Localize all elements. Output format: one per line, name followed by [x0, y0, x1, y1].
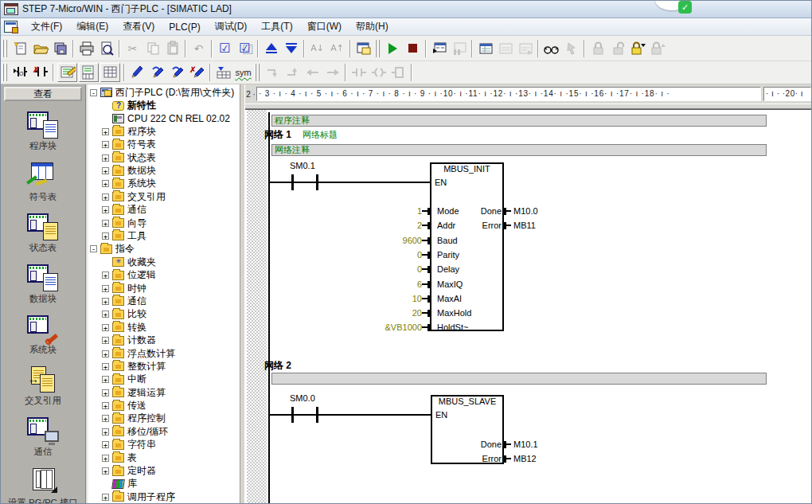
- toolbar-drag-handle[interactable]: [2, 64, 8, 81]
- tree-item-cpu[interactable]: CPU 222 CN REL 02.02: [88, 112, 240, 125]
- expand-box[interactable]: +: [102, 128, 109, 135]
- tree-item-string[interactable]: +字符串: [88, 439, 240, 451]
- network2-contact-right-pole[interactable]: [316, 407, 318, 423]
- network2-comment-bar[interactable]: [271, 373, 767, 385]
- output-operand[interactable]: M10.1: [513, 440, 538, 449]
- expand-box[interactable]: +: [102, 441, 109, 448]
- expand-box[interactable]: +: [102, 285, 109, 292]
- upload-button[interactable]: [261, 39, 281, 58]
- expand-box[interactable]: +: [102, 402, 109, 409]
- delete-network-button[interactable]: ✗: [187, 63, 207, 82]
- navigation-bar-header[interactable]: 查看: [4, 87, 82, 101]
- menu-help[interactable]: 帮助(H): [349, 18, 396, 35]
- expand-box[interactable]: +: [102, 167, 109, 174]
- expand-box[interactable]: +: [102, 428, 109, 436]
- expand-box[interactable]: +: [102, 220, 109, 227]
- tree-item-counters[interactable]: +计数器: [88, 334, 240, 346]
- expand-box[interactable]: +: [102, 298, 109, 305]
- toggle-bookmark-button[interactable]: O: [10, 63, 30, 82]
- status-glasses-button[interactable]: [541, 39, 561, 58]
- menu-view[interactable]: 查看(V): [115, 18, 162, 35]
- expand-box[interactable]: +: [102, 415, 109, 422]
- expand-box[interactable]: +: [102, 455, 109, 462]
- expand-box[interactable]: -: [90, 245, 97, 252]
- sidebar-item-cross-reference[interactable]: ↔ 交叉引用: [2, 365, 84, 407]
- network1-subtitle[interactable]: 网络标题: [303, 129, 338, 141]
- toolbar-drag-handle[interactable]: [375, 40, 381, 57]
- compile-button[interactable]: ☑: [215, 39, 235, 58]
- save-all-button[interactable]: [50, 39, 70, 58]
- mdi-document-icon[interactable]: [4, 21, 18, 33]
- output-operand[interactable]: MB11: [513, 221, 536, 230]
- tree-item-communications[interactable]: +通信: [88, 204, 240, 217]
- expand-box[interactable]: +: [102, 350, 109, 357]
- menu-tools[interactable]: 工具(T): [254, 18, 299, 35]
- network2-title[interactable]: 网络 2: [264, 359, 291, 373]
- print-preview-button[interactable]: [96, 39, 116, 58]
- param-value[interactable]: 10: [374, 294, 422, 303]
- output-operand[interactable]: M10.0: [513, 206, 538, 216]
- expand-box[interactable]: +: [102, 154, 109, 162]
- tree-item-libraries[interactable]: 库: [88, 478, 240, 490]
- tree-item-interrupt[interactable]: +中断: [88, 373, 240, 386]
- network1-comment-bar[interactable]: 网络注释: [271, 144, 767, 156]
- tree-item-cross-reference[interactable]: +交叉引用: [88, 190, 240, 203]
- tree-item-table[interactable]: +表: [88, 451, 240, 464]
- edit-network-down-button[interactable]: [167, 63, 187, 82]
- symbol-table-toggle-button[interactable]: sym: [233, 63, 253, 82]
- param-value[interactable]: 9600: [374, 236, 422, 245]
- symbol-addressing-dropdown-button[interactable]: [213, 63, 233, 82]
- expand-box[interactable]: +: [102, 272, 109, 279]
- expand-box[interactable]: +: [102, 193, 109, 201]
- stop-button[interactable]: [403, 39, 423, 58]
- menu-window[interactable]: 窗口(W): [300, 18, 349, 35]
- clear-bookmarks-button[interactable]: ✗: [30, 63, 50, 82]
- expand-box[interactable]: +: [102, 467, 109, 475]
- selection-margin[interactable]: [247, 110, 267, 504]
- expand-box[interactable]: +: [102, 141, 109, 148]
- sidebar-item-data-block[interactable]: 数据块: [2, 263, 84, 305]
- tree-item-status-chart[interactable]: +状态表: [88, 151, 240, 164]
- print-button[interactable]: [76, 39, 96, 58]
- options-button[interactable]: [353, 39, 373, 58]
- compile-all-button[interactable]: ☑: [235, 39, 255, 58]
- tree-item-shift-rotate[interactable]: +移位/循环: [88, 425, 240, 438]
- edit-network-up-button[interactable]: [147, 63, 167, 82]
- sidebar-item-symbol-table[interactable]: 符号表: [2, 161, 84, 203]
- param-value[interactable]: 1: [374, 206, 422, 216]
- program-status-button[interactable]: [429, 39, 449, 58]
- network1-title[interactable]: 网络 1: [264, 128, 291, 142]
- expand-box[interactable]: +: [102, 389, 109, 397]
- network1-contact-right-pole[interactable]: [316, 174, 318, 190]
- menu-plc[interactable]: PLC(P): [162, 20, 207, 34]
- tree-item-whats-new[interactable]: 新特性: [88, 99, 240, 111]
- param-value[interactable]: 20: [374, 308, 422, 318]
- mbus-init-box[interactable]: [430, 162, 504, 331]
- view-program-editor-button[interactable]: [57, 63, 77, 82]
- download-button[interactable]: [281, 39, 301, 58]
- view-symbolic-addressing-button[interactable]: [79, 63, 99, 82]
- param-value[interactable]: 0: [374, 264, 422, 274]
- tree-item-symbol-table[interactable]: +符号表: [88, 139, 240, 151]
- ruler-splitter[interactable]: [245, 104, 812, 109]
- sidebar-item-set-pgpc-interface[interactable]: 设置 PG/PC 接口: [2, 467, 84, 504]
- param-value[interactable]: 0: [374, 250, 422, 260]
- tree-root-instructions[interactable]: -指令: [88, 243, 240, 256]
- expand-box[interactable]: +: [102, 206, 109, 213]
- output-operand[interactable]: MB12: [513, 454, 537, 463]
- expand-box[interactable]: +: [102, 337, 109, 344]
- tree-editor-splitter[interactable]: [240, 84, 245, 504]
- expand-box[interactable]: +: [102, 232, 109, 240]
- expand-box[interactable]: +: [102, 180, 109, 187]
- param-value[interactable]: &VB1000: [374, 322, 422, 332]
- new-button[interactable]: [10, 39, 30, 58]
- expand-box[interactable]: +: [102, 363, 109, 370]
- menu-debug[interactable]: 调试(D): [208, 18, 255, 35]
- tree-item-floating-point-math[interactable]: +浮点数计算: [88, 347, 240, 360]
- force-all-button[interactable]: [627, 39, 647, 58]
- tree-item-move[interactable]: +传送: [88, 399, 240, 412]
- sidebar-item-communications[interactable]: 通信: [2, 416, 84, 458]
- param-value[interactable]: 6: [374, 279, 422, 289]
- tree-item-data-block[interactable]: +数据块: [88, 164, 240, 177]
- tree-item-bit-logic[interactable]: +位逻辑: [88, 268, 240, 281]
